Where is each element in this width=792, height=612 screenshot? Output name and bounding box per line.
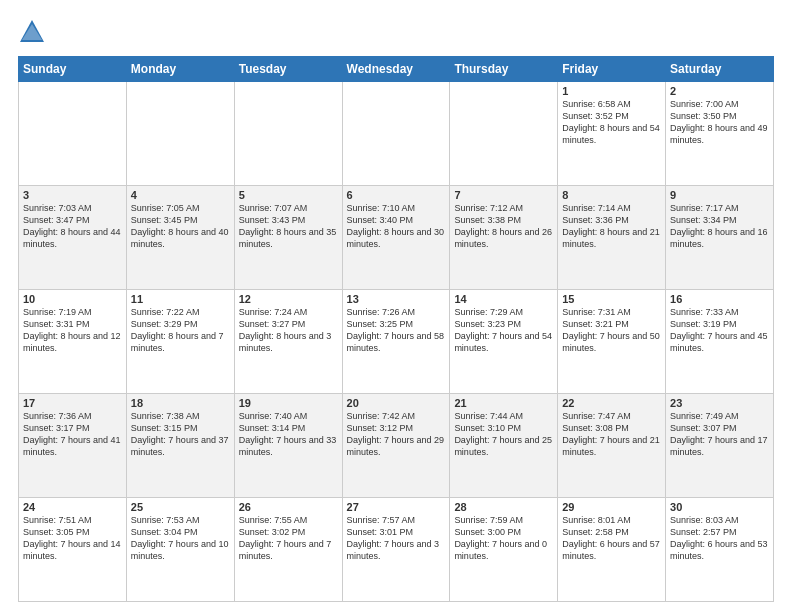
day-cell: 2Sunrise: 7:00 AM Sunset: 3:50 PM Daylig… [666,82,774,186]
day-number: 4 [131,189,230,201]
week-row-1: 1Sunrise: 6:58 AM Sunset: 3:52 PM Daylig… [19,82,774,186]
header [18,18,774,46]
day-number: 3 [23,189,122,201]
weekday-header-saturday: Saturday [666,57,774,82]
day-number: 29 [562,501,661,513]
calendar-table: SundayMondayTuesdayWednesdayThursdayFrid… [18,56,774,602]
day-cell [450,82,558,186]
day-info: Sunrise: 7:47 AM Sunset: 3:08 PM Dayligh… [562,410,661,459]
day-info: Sunrise: 7:19 AM Sunset: 3:31 PM Dayligh… [23,306,122,355]
day-info: Sunrise: 7:17 AM Sunset: 3:34 PM Dayligh… [670,202,769,251]
day-cell: 18Sunrise: 7:38 AM Sunset: 3:15 PM Dayli… [126,394,234,498]
day-info: Sunrise: 8:01 AM Sunset: 2:58 PM Dayligh… [562,514,661,563]
day-cell: 12Sunrise: 7:24 AM Sunset: 3:27 PM Dayli… [234,290,342,394]
day-info: Sunrise: 7:57 AM Sunset: 3:01 PM Dayligh… [347,514,446,563]
day-number: 17 [23,397,122,409]
day-number: 16 [670,293,769,305]
day-cell: 13Sunrise: 7:26 AM Sunset: 3:25 PM Dayli… [342,290,450,394]
day-cell: 11Sunrise: 7:22 AM Sunset: 3:29 PM Dayli… [126,290,234,394]
day-cell [342,82,450,186]
day-cell: 5Sunrise: 7:07 AM Sunset: 3:43 PM Daylig… [234,186,342,290]
day-cell: 25Sunrise: 7:53 AM Sunset: 3:04 PM Dayli… [126,498,234,602]
day-info: Sunrise: 7:12 AM Sunset: 3:38 PM Dayligh… [454,202,553,251]
day-number: 18 [131,397,230,409]
day-info: Sunrise: 7:51 AM Sunset: 3:05 PM Dayligh… [23,514,122,563]
day-cell: 3Sunrise: 7:03 AM Sunset: 3:47 PM Daylig… [19,186,127,290]
day-info: Sunrise: 7:14 AM Sunset: 3:36 PM Dayligh… [562,202,661,251]
day-info: Sunrise: 7:55 AM Sunset: 3:02 PM Dayligh… [239,514,338,563]
day-cell: 7Sunrise: 7:12 AM Sunset: 3:38 PM Daylig… [450,186,558,290]
day-info: Sunrise: 7:22 AM Sunset: 3:29 PM Dayligh… [131,306,230,355]
svg-marker-1 [22,24,42,40]
day-cell: 23Sunrise: 7:49 AM Sunset: 3:07 PM Dayli… [666,394,774,498]
day-info: Sunrise: 7:44 AM Sunset: 3:10 PM Dayligh… [454,410,553,459]
day-info: Sunrise: 7:42 AM Sunset: 3:12 PM Dayligh… [347,410,446,459]
day-cell: 28Sunrise: 7:59 AM Sunset: 3:00 PM Dayli… [450,498,558,602]
day-number: 6 [347,189,446,201]
day-cell: 30Sunrise: 8:03 AM Sunset: 2:57 PM Dayli… [666,498,774,602]
weekday-header-wednesday: Wednesday [342,57,450,82]
day-cell: 26Sunrise: 7:55 AM Sunset: 3:02 PM Dayli… [234,498,342,602]
day-cell: 10Sunrise: 7:19 AM Sunset: 3:31 PM Dayli… [19,290,127,394]
day-number: 5 [239,189,338,201]
day-info: Sunrise: 8:03 AM Sunset: 2:57 PM Dayligh… [670,514,769,563]
day-number: 30 [670,501,769,513]
day-cell: 22Sunrise: 7:47 AM Sunset: 3:08 PM Dayli… [558,394,666,498]
day-info: Sunrise: 7:24 AM Sunset: 3:27 PM Dayligh… [239,306,338,355]
week-row-4: 17Sunrise: 7:36 AM Sunset: 3:17 PM Dayli… [19,394,774,498]
day-number: 1 [562,85,661,97]
day-cell: 20Sunrise: 7:42 AM Sunset: 3:12 PM Dayli… [342,394,450,498]
day-info: Sunrise: 7:29 AM Sunset: 3:23 PM Dayligh… [454,306,553,355]
week-row-3: 10Sunrise: 7:19 AM Sunset: 3:31 PM Dayli… [19,290,774,394]
weekday-header-monday: Monday [126,57,234,82]
day-info: Sunrise: 7:10 AM Sunset: 3:40 PM Dayligh… [347,202,446,251]
logo [18,18,48,46]
day-cell: 4Sunrise: 7:05 AM Sunset: 3:45 PM Daylig… [126,186,234,290]
day-number: 14 [454,293,553,305]
day-number: 28 [454,501,553,513]
day-cell: 1Sunrise: 6:58 AM Sunset: 3:52 PM Daylig… [558,82,666,186]
day-info: Sunrise: 7:38 AM Sunset: 3:15 PM Dayligh… [131,410,230,459]
day-number: 13 [347,293,446,305]
day-number: 15 [562,293,661,305]
day-number: 26 [239,501,338,513]
day-cell [126,82,234,186]
day-info: Sunrise: 7:00 AM Sunset: 3:50 PM Dayligh… [670,98,769,147]
day-cell: 27Sunrise: 7:57 AM Sunset: 3:01 PM Dayli… [342,498,450,602]
weekday-header-sunday: Sunday [19,57,127,82]
day-cell: 17Sunrise: 7:36 AM Sunset: 3:17 PM Dayli… [19,394,127,498]
day-cell: 14Sunrise: 7:29 AM Sunset: 3:23 PM Dayli… [450,290,558,394]
day-cell: 8Sunrise: 7:14 AM Sunset: 3:36 PM Daylig… [558,186,666,290]
day-cell: 21Sunrise: 7:44 AM Sunset: 3:10 PM Dayli… [450,394,558,498]
day-cell: 6Sunrise: 7:10 AM Sunset: 3:40 PM Daylig… [342,186,450,290]
day-info: Sunrise: 7:26 AM Sunset: 3:25 PM Dayligh… [347,306,446,355]
day-number: 9 [670,189,769,201]
weekday-header-thursday: Thursday [450,57,558,82]
day-info: Sunrise: 7:36 AM Sunset: 3:17 PM Dayligh… [23,410,122,459]
calendar-page: SundayMondayTuesdayWednesdayThursdayFrid… [0,0,792,612]
day-number: 2 [670,85,769,97]
day-number: 20 [347,397,446,409]
day-number: 10 [23,293,122,305]
day-cell: 29Sunrise: 8:01 AM Sunset: 2:58 PM Dayli… [558,498,666,602]
day-number: 25 [131,501,230,513]
day-number: 8 [562,189,661,201]
day-cell: 9Sunrise: 7:17 AM Sunset: 3:34 PM Daylig… [666,186,774,290]
day-info: Sunrise: 7:40 AM Sunset: 3:14 PM Dayligh… [239,410,338,459]
day-cell [234,82,342,186]
weekday-header-friday: Friday [558,57,666,82]
week-row-2: 3Sunrise: 7:03 AM Sunset: 3:47 PM Daylig… [19,186,774,290]
day-cell [19,82,127,186]
weekday-header-row: SundayMondayTuesdayWednesdayThursdayFrid… [19,57,774,82]
day-info: Sunrise: 7:49 AM Sunset: 3:07 PM Dayligh… [670,410,769,459]
day-number: 22 [562,397,661,409]
week-row-5: 24Sunrise: 7:51 AM Sunset: 3:05 PM Dayli… [19,498,774,602]
day-number: 24 [23,501,122,513]
day-number: 7 [454,189,553,201]
day-number: 12 [239,293,338,305]
day-info: Sunrise: 7:05 AM Sunset: 3:45 PM Dayligh… [131,202,230,251]
day-cell: 24Sunrise: 7:51 AM Sunset: 3:05 PM Dayli… [19,498,127,602]
day-info: Sunrise: 7:03 AM Sunset: 3:47 PM Dayligh… [23,202,122,251]
logo-icon [18,18,46,46]
day-info: Sunrise: 7:07 AM Sunset: 3:43 PM Dayligh… [239,202,338,251]
